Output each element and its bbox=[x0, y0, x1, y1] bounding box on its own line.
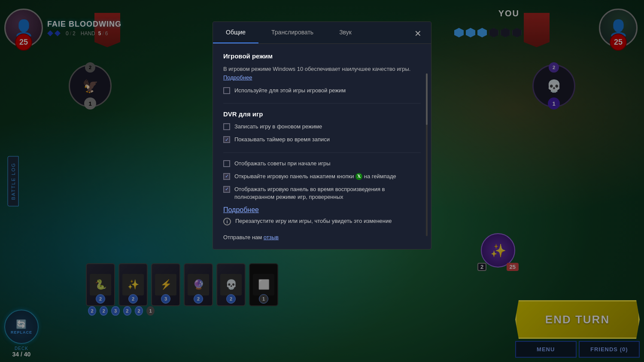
checkbox-open-panel-row: ✓ Открывайте игровую панель нажатием кно… bbox=[223, 173, 421, 180]
checkbox-record-bg-row: Записать игру в фоновом режиме bbox=[223, 123, 421, 131]
checkbox-use-game-mode-row: Используйте для этой игры игровой режим bbox=[223, 87, 421, 94]
divider-2 bbox=[223, 152, 421, 153]
settings-close-button[interactable]: ✕ bbox=[411, 27, 424, 40]
checkbox-open-panel[interactable]: ✓ bbox=[223, 173, 230, 180]
feedback-row: Отправьте нам отзыв bbox=[223, 234, 421, 240]
xbox-icon: 𝕏 bbox=[355, 173, 362, 180]
checkbox-use-game-mode-label[interactable]: Используйте для этой игры игровой режим bbox=[234, 87, 346, 94]
info-text: Перезапустите игру или игры, чтобы увиде… bbox=[235, 217, 392, 225]
dvr-title: DVR для игр bbox=[223, 110, 421, 118]
checkbox-show-panel-fullscreen[interactable]: ✓ bbox=[223, 186, 230, 193]
checkbox-show-timer[interactable]: ✓ bbox=[223, 136, 230, 143]
checkmark-show-timer: ✓ bbox=[225, 137, 229, 143]
settings-dialog: Общие Транслировать Звук ✕ Игровой режим… bbox=[213, 21, 431, 249]
checkbox-show-tips-label[interactable]: Отображать советы при начале игры bbox=[234, 160, 331, 167]
checkbox-show-tips[interactable] bbox=[223, 160, 230, 167]
settings-overlay: Общие Транслировать Звук ✕ Игровой режим… bbox=[0, 0, 644, 362]
checkbox-show-timer-row: ✓ Показывать таймер во время записи bbox=[223, 136, 421, 143]
settings-tabs: Общие Транслировать Звук ✕ bbox=[213, 22, 431, 44]
game-mode-title: Игровой режим bbox=[223, 52, 421, 60]
tab-broadcast[interactable]: Транслировать bbox=[258, 22, 326, 43]
section-dvr: DVR для игр Записать игру в фоновом режи… bbox=[223, 110, 421, 143]
section-misc: Отображать советы при начале игры ✓ Откр… bbox=[223, 160, 421, 226]
checkbox-show-timer-label[interactable]: Показывать таймер во время записи bbox=[234, 136, 330, 143]
info-icon: i bbox=[223, 218, 231, 225]
divider-1 bbox=[223, 103, 421, 103]
misc-link[interactable]: Подробнее bbox=[223, 206, 259, 213]
section-game-mode: Игровой режим В игровом режиме Windows 1… bbox=[223, 52, 421, 94]
checkbox-use-game-mode[interactable] bbox=[223, 87, 230, 94]
checkmark-show-panel: ✓ bbox=[225, 186, 229, 192]
game-mode-link[interactable]: Подробнее bbox=[223, 74, 252, 81]
settings-content: Игровой режим В игровом режиме Windows 1… bbox=[213, 44, 431, 249]
checkbox-show-panel-fullscreen-label[interactable]: Отображать игровую панель во время воспр… bbox=[234, 186, 421, 201]
checkmark-open-panel: ✓ bbox=[225, 173, 229, 179]
game-mode-desc: В игровом режиме Windows 10 обеспечивает… bbox=[223, 65, 421, 82]
checkbox-show-tips-row: Отображать советы при начале игры bbox=[223, 160, 421, 167]
tab-general[interactable]: Общие bbox=[213, 22, 258, 43]
checkbox-record-bg[interactable] bbox=[223, 123, 230, 130]
feedback-link[interactable]: отзыв bbox=[264, 234, 279, 240]
info-row: i Перезапустите игру или игры, чтобы уви… bbox=[223, 217, 421, 225]
checkbox-record-bg-label[interactable]: Записать игру в фоновом режиме bbox=[234, 123, 322, 131]
dialog-scroll-thumb bbox=[426, 73, 428, 125]
checkbox-open-panel-label[interactable]: Открывайте игровую панель нажатием кнопк… bbox=[234, 173, 396, 180]
dialog-scrollbar[interactable] bbox=[426, 73, 428, 236]
checkbox-show-panel-fullscreen-row: ✓ Отображать игровую панель во время вос… bbox=[223, 186, 421, 201]
tab-sound[interactable]: Звук bbox=[326, 22, 365, 43]
